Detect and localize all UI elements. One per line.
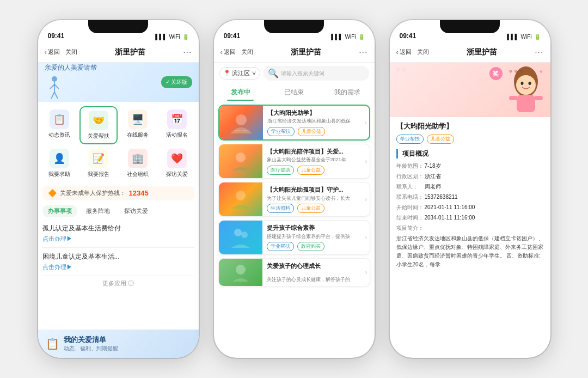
grid-label-5: 我要报告 xyxy=(88,170,109,178)
svg-rect-18 xyxy=(534,96,543,100)
back-label-2[interactable]: 返回 xyxy=(224,48,236,56)
chevron-right-icon-3: › xyxy=(365,234,370,241)
info-key-2: 联系人： xyxy=(396,182,425,191)
grid-item-0[interactable]: 📋 动态资讯 xyxy=(40,106,78,144)
list-item-0: 孤儿认定及基本生活费给付 点击办理▶ xyxy=(42,220,194,248)
chevron-left-icon-2: ‹ xyxy=(220,48,223,56)
bottom-card-title: 我的关爱清单 xyxy=(64,335,118,345)
card-3[interactable]: 提升孩子综合素养 搭建提升孩子综合素养的平台，提供孩 学业帮扶 政府购买 › xyxy=(218,220,370,255)
card-2[interactable]: 【大昀阳光助孤项目】守护... 为了让失依儿童们能够安心读书，长大 生活照料 儿… xyxy=(218,182,370,217)
nav-bar-1: ‹ 返回 关闭 浙里护苗 ··· xyxy=(38,42,199,63)
card-desc-3: 搭建提升孩子综合素养的平台，提供孩 xyxy=(267,234,361,240)
info-val-5: 2034-01-11 11:16:00 xyxy=(425,214,544,222)
s3-section-title: 项目概况 xyxy=(396,149,544,158)
grid-item-6[interactable]: 🏢 社会组织 xyxy=(119,145,157,181)
report-icon: 📝 xyxy=(93,153,105,164)
icon-box-0: 📋 xyxy=(50,109,69,129)
svg-point-9 xyxy=(234,229,242,236)
back-label-3[interactable]: 返回 xyxy=(400,48,412,56)
card-title-0: 【大昀阳光助学】 xyxy=(267,109,360,117)
s1-tab-2[interactable]: 探访关爱 xyxy=(119,205,154,217)
back-button-3[interactable]: ‹ 返回 xyxy=(396,48,412,56)
card-tags-1: 医疗援助 儿童公益 xyxy=(267,166,361,175)
signal-icon-2: ▌▌▌ xyxy=(331,34,342,40)
back-button-1[interactable]: ‹ 返回 xyxy=(45,48,60,56)
info-key-0: 年龄范围： xyxy=(396,162,425,170)
status-icons-2: ▌▌▌ WiFi 🔋 xyxy=(331,34,364,40)
s2-tab-2[interactable]: 我的需求 xyxy=(321,84,374,101)
hotline-number[interactable]: 12345 xyxy=(129,189,149,197)
visit-icon: ❤️ xyxy=(171,153,183,164)
svg-line-4 xyxy=(51,92,54,99)
status-icons-3: ▌▌▌ WiFi 🔋 xyxy=(507,34,540,40)
more-button-2[interactable]: ··· xyxy=(359,47,367,57)
tag-0-1: 儿童公益 xyxy=(298,127,325,136)
s1-tab-1[interactable]: 服务阵地 xyxy=(81,205,115,217)
s3-tag-1: 儿童公益 xyxy=(427,135,454,144)
close-label-3[interactable]: 关闭 xyxy=(417,48,429,56)
grid-item-5[interactable]: 📝 我要报告 xyxy=(79,145,118,181)
info-val-3: 15372638211 xyxy=(425,193,544,201)
signal-icon-3: ▌▌▌ xyxy=(507,34,518,40)
info-key-6: 项目简介： xyxy=(396,224,425,232)
nav-bar-2: ‹ 返回 关闭 浙里护苗 ··· xyxy=(214,42,375,63)
card-desc-4: 关注孩子的心灵成长健康，解答孩子的 xyxy=(267,277,361,283)
hotline-text: 关爱未成年人保护热线： xyxy=(60,189,126,197)
card-tags-2: 生活照料 儿童公益 xyxy=(267,204,361,213)
wifi-icon-3: WiFi xyxy=(521,34,532,40)
card-body-3: 提升孩子综合素养 搭建提升孩子综合素养的平台，提供孩 学业帮扶 政府购买 xyxy=(262,221,365,254)
info-val-0: 7-18岁 xyxy=(425,162,544,170)
card-body-4: 关爱孩子的心理成长 关注孩子的心灵成长健康，解答孩子的 xyxy=(262,259,365,286)
service-icon: 🖥️ xyxy=(132,113,144,125)
card-title-4: 关爱孩子的心理成长 xyxy=(267,262,361,270)
list-link-1[interactable]: 点击办理▶ xyxy=(42,263,194,271)
svg-rect-17 xyxy=(509,96,518,100)
time-2: 09:41 xyxy=(224,32,241,40)
grid-label-4: 我要求助 xyxy=(48,170,70,178)
search-placeholder: 请输入搜索关键词 xyxy=(281,70,324,77)
s2-tab-bar: 发布中 已结束 我的需求 xyxy=(214,84,375,101)
back-button-2[interactable]: ‹ 返回 xyxy=(220,48,236,56)
news-icon: 📋 xyxy=(53,113,65,125)
phone-1: 09:41 ▌▌▌ WiFi 🔋 ‹ 返回 关闭 浙里护苗 ··· 亲爱的人美爱… xyxy=(38,20,199,358)
grid-item-4[interactable]: 👤 我要求助 xyxy=(40,145,78,181)
chevron-left-icon-3: ‹ xyxy=(396,48,399,56)
grid-item-2[interactable]: 🖥️ 在线服务 xyxy=(119,106,157,144)
icon-box-5: 📝 xyxy=(89,149,108,168)
card-4[interactable]: 关爱孩子的心理成长 关注孩子的心灵成长健康，解答孩子的 › xyxy=(218,258,370,286)
icon-box-3: 📅 xyxy=(167,109,187,129)
info-val-4: 2021-01-11 11:16:00 xyxy=(425,203,544,211)
list-link-0[interactable]: 点击办理▶ xyxy=(42,235,194,243)
close-label-1[interactable]: 关闭 xyxy=(65,48,77,56)
s1-tab-0[interactable]: 办事事项 xyxy=(42,205,77,217)
more-button-3[interactable]: ··· xyxy=(535,47,543,57)
location-selector[interactable]: 📍 滨江区 ∨ xyxy=(219,67,260,80)
card-thumb-0 xyxy=(219,106,263,139)
tag-2-1: 儿童公益 xyxy=(297,204,324,213)
bottom-card[interactable]: 📋 我的关爱清单 动态、福利、到期提醒 xyxy=(38,330,199,358)
more-apps[interactable]: 更多应用 ⓘ xyxy=(42,276,194,291)
info-val-2: 周老师 xyxy=(425,182,544,191)
grid-item-1[interactable]: 🤝 关爱帮扶 xyxy=(79,106,118,144)
more-button-1[interactable]: ··· xyxy=(183,47,192,57)
tag-0-0: 学业帮扶 xyxy=(267,127,295,136)
svg-point-0 xyxy=(52,76,57,82)
grid-item-3[interactable]: 📅 活动报名 xyxy=(158,106,196,144)
card-thumb-3 xyxy=(219,221,262,254)
s2-tab-1[interactable]: 已结束 xyxy=(267,84,321,101)
card-body-1: 【大昀阳光陪伴项目】关爱... 象山县大昀公益慈善基金会于2021年 医疗援助 … xyxy=(262,144,365,178)
back-label-1[interactable]: 返回 xyxy=(48,48,60,56)
banner-button-1[interactable]: ✓ 关坏版 xyxy=(161,76,192,88)
notch-1 xyxy=(88,20,148,33)
grid-item-7[interactable]: ❤️ 探访关爱 xyxy=(158,145,196,181)
close-label-2[interactable]: 关闭 xyxy=(241,48,253,56)
card-0[interactable]: 【大昀阳光助学】 浙江省经济欠发达地区和象山县的低保 学业帮扶 儿童公益 › xyxy=(218,105,370,141)
s1-tab-bar: 办事事项 服务阵地 探访关爱 xyxy=(38,203,199,220)
search-box[interactable]: 🔍 请输入搜索关键词 xyxy=(264,66,369,81)
chevron-right-icon-2: › xyxy=(365,196,370,203)
card-1[interactable]: 【大昀阳光陪伴项目】关爱... 象山县大昀公益慈善基金会于2021年 医疗援助 … xyxy=(218,144,370,179)
tag-3-1: 政府购买 xyxy=(297,242,324,251)
s2-tab-0[interactable]: 发布中 xyxy=(214,84,267,101)
grid-label-1: 关爱帮扶 xyxy=(88,132,109,140)
svg-point-8 xyxy=(236,191,246,200)
